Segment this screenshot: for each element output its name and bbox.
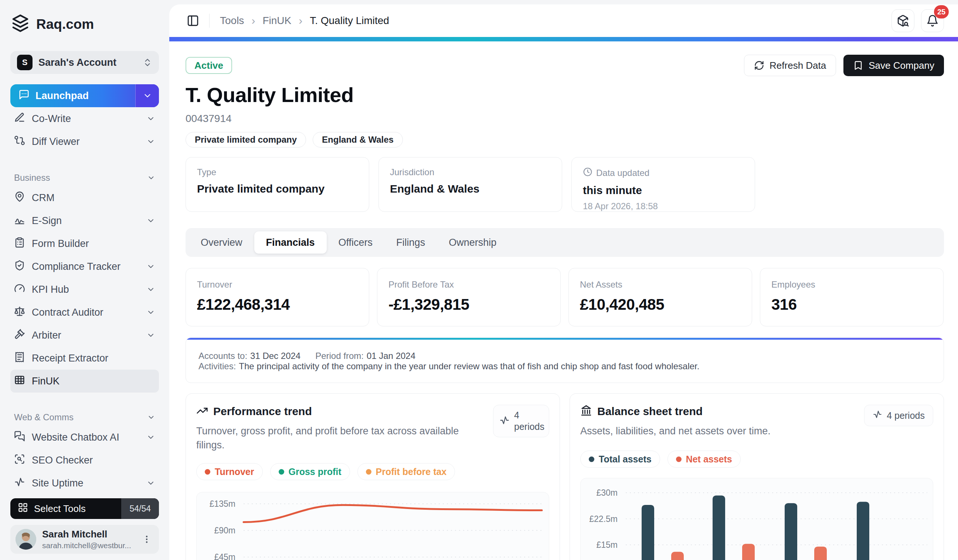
sidebar-item-label: E-Sign: [32, 215, 140, 227]
legend-dot: [589, 457, 594, 462]
sidebar-item-finuk[interactable]: FinUK: [10, 370, 159, 393]
accounts-to: Accounts to:31 Dec 2024: [198, 351, 300, 361]
section-label: Business: [14, 173, 147, 183]
user-email: sarah.mitchell@westbur...: [42, 541, 134, 550]
breadcrumb-separator: ›: [251, 14, 255, 27]
clipboard-list-icon: [14, 237, 25, 251]
package-search-button[interactable]: [891, 9, 914, 32]
sidebar-item-contract-auditor[interactable]: Contract Auditor: [10, 301, 159, 324]
sidebar-item-crm[interactable]: CRM: [10, 186, 159, 209]
info-card-jurisdiction: Jurisdiction England & Wales: [379, 157, 562, 212]
git-compare-icon: [14, 135, 25, 149]
sidebar-item-co-write[interactable]: Co-Write: [10, 107, 159, 130]
topbar: Tools › FinUK › T. Quality Limited 25: [169, 5, 958, 37]
sidebar-item-receipt-extractor[interactable]: Receipt Extractor: [10, 347, 159, 370]
launchpad-label: Launchpad: [35, 90, 89, 102]
sidebar-item-label: FinUK: [32, 376, 155, 387]
legend-dot: [676, 457, 682, 462]
sidebar-item-form-builder[interactable]: Form Builder: [10, 232, 159, 255]
section-label: Web & Comms: [14, 412, 147, 422]
panel-subtitle: Turnover, gross profit, and profit befor…: [196, 424, 488, 452]
sidebar-item-diff-viewer[interactable]: Diff Viewer: [10, 130, 159, 153]
legend-net-assets[interactable]: Net assets: [668, 451, 741, 468]
launchpad-expand-button[interactable]: [135, 84, 159, 107]
legend-profit-before-tax[interactable]: Profit before tax: [357, 463, 455, 480]
shield-check-icon: [14, 260, 25, 273]
sidebar-item-label: Website Chatbox AI: [32, 432, 140, 443]
tab-overview[interactable]: Overview: [189, 232, 254, 254]
select-tools-count-badge: 54/54: [121, 498, 159, 519]
tab-ownership[interactable]: Ownership: [437, 232, 508, 254]
notifications-button[interactable]: 25: [921, 9, 944, 32]
save-company-label: Save Company: [869, 60, 934, 71]
info-label: Jurisdiction: [390, 167, 551, 178]
user-card[interactable]: Sarah Mitchell sarah.mitchell@westbur...: [10, 525, 159, 554]
sidebar-item-site-uptime[interactable]: Site Uptime: [10, 472, 159, 495]
select-tools-button[interactable]: Select Tools 54/54: [10, 498, 159, 519]
select-tools-label: Select Tools: [34, 503, 86, 514]
user-name: Sarah Mitchell: [42, 528, 134, 540]
refresh-data-button[interactable]: Refresh Data: [744, 55, 836, 76]
sidebar-item-compliance-tracker[interactable]: Compliance Tracker: [10, 255, 159, 278]
sidebar-item-label: Site Uptime: [32, 478, 140, 489]
panel-title: Performance trend: [213, 405, 312, 418]
legend-total-assets[interactable]: Total assets: [580, 451, 660, 468]
launchpad-button[interactable]: Launchpad: [10, 84, 159, 107]
legend-gross-profit[interactable]: Gross profit: [270, 463, 350, 480]
info-label: Type: [197, 167, 358, 178]
svg-text:£90m: £90m: [214, 526, 235, 535]
account-avatar: S: [17, 55, 33, 70]
periods-badge: 4 periods: [864, 405, 933, 426]
content: Active Refresh Data Save Company T. Qual…: [169, 41, 958, 560]
tab-financials[interactable]: Financials: [254, 232, 327, 254]
sidebar-item-label: KPI Hub: [32, 284, 140, 295]
select-tools-main[interactable]: Select Tools: [10, 502, 121, 515]
sidebar-item-website-chatbox-ai[interactable]: Website Chatbox AI: [10, 426, 159, 449]
company-number: 00437914: [186, 113, 944, 125]
clock-icon: [583, 167, 592, 179]
svg-text:£22.5m: £22.5m: [589, 514, 618, 524]
sidebar-item-e-sign[interactable]: E-Sign: [10, 209, 159, 232]
chevron-down-icon: [146, 114, 155, 123]
sidebar-item-label: Contract Auditor: [32, 307, 140, 318]
tab-filings[interactable]: Filings: [384, 232, 437, 254]
table-grid-icon: [14, 374, 25, 388]
performance-line-chart: £135m£90m£45m£0: [196, 492, 549, 560]
sidebar-item-label: Compliance Tracker: [32, 261, 140, 273]
breadcrumb-separator: ›: [299, 14, 302, 27]
app-root: Raq.com S Sarah's Account Launchpad Co-W…: [0, 0, 958, 560]
activity-pulse-icon: [14, 476, 25, 490]
sidebar-item-label: CRM: [32, 192, 155, 204]
info-card-data-updated: Data updated this minute 18 Apr 2026, 18…: [571, 157, 755, 212]
info-card-type: Type Private limited company: [186, 157, 369, 212]
chevron-down-icon: [147, 174, 155, 182]
account-switcher[interactable]: S Sarah's Account: [10, 51, 159, 74]
period-from: Period from:01 Jan 2024: [315, 351, 416, 361]
layers-logo-icon: [10, 14, 30, 35]
stat-value: £122,468,314: [197, 296, 358, 313]
sidebar-section-business[interactable]: Business: [10, 169, 159, 186]
sidebar-item-seo-checker[interactable]: SEO Checker: [10, 449, 159, 472]
chevron-down-icon: [146, 433, 155, 442]
breadcrumb-tools[interactable]: Tools: [220, 15, 244, 27]
sidebar-item-kpi-hub[interactable]: KPI Hub: [10, 278, 159, 301]
bank-icon: [580, 405, 592, 418]
sidebar-section-web-comms[interactable]: Web & Comms: [10, 409, 159, 426]
stat-label: Net Assets: [580, 279, 741, 290]
tab-bar: Overview Financials Officers Filings Own…: [186, 228, 944, 257]
legend-label: Turnover: [215, 466, 254, 477]
launchpad-main[interactable]: Launchpad: [10, 84, 135, 107]
sidebar-item-arbiter[interactable]: Arbiter: [10, 324, 159, 347]
tab-officers[interactable]: Officers: [327, 232, 385, 254]
chevron-down-icon: [146, 216, 155, 225]
sidebar-item-label: Arbiter: [32, 330, 140, 341]
save-company-button[interactable]: Save Company: [844, 55, 944, 76]
chat-bubble-icon: [19, 89, 30, 103]
user-menu-button[interactable]: [140, 535, 154, 544]
breadcrumb-finuk[interactable]: FinUK: [262, 15, 291, 27]
sidebar-toggle-button[interactable]: [185, 13, 201, 29]
legend-turnover[interactable]: Turnover: [196, 463, 263, 480]
scales-icon: [14, 306, 25, 319]
signature-icon: [14, 214, 25, 228]
legend-label: Net assets: [686, 454, 732, 465]
